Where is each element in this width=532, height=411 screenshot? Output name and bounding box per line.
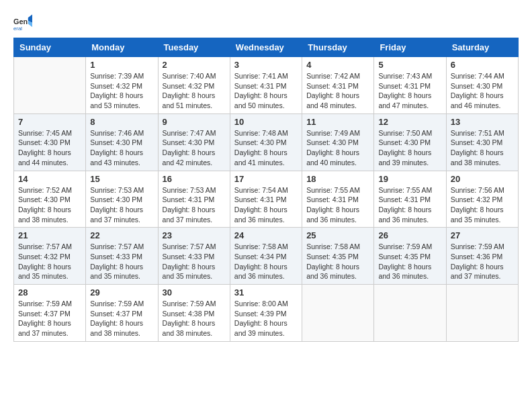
calendar-cell: 23Sunrise: 7:57 AM Sunset: 4:33 PM Dayli… [158,228,230,285]
day-info: Sunrise: 7:58 AM Sunset: 4:35 PM Dayligh… [306,242,369,281]
day-info: Sunrise: 7:55 AM Sunset: 4:31 PM Dayligh… [306,185,369,225]
day-info: Sunrise: 7:57 AM Sunset: 4:33 PM Dayligh… [163,242,226,281]
calendar-week-row: 7Sunrise: 7:45 AM Sunset: 4:30 PM Daylig… [14,113,519,171]
day-info: Sunrise: 7:59 AM Sunset: 4:36 PM Dayligh… [451,242,514,281]
day-number: 27 [451,230,514,240]
calendar-cell: 25Sunrise: 7:58 AM Sunset: 4:35 PM Dayli… [302,228,374,285]
calendar-cell: 26Sunrise: 7:59 AM Sunset: 4:35 PM Dayli… [374,228,446,285]
day-info: Sunrise: 7:59 AM Sunset: 4:38 PM Dayligh… [163,299,226,338]
calendar-cell: 15Sunrise: 7:53 AM Sunset: 4:30 PM Dayli… [86,171,158,228]
weekday-header-tuesday: Tuesday [158,38,230,57]
calendar-cell: 13Sunrise: 7:51 AM Sunset: 4:30 PM Dayli… [446,113,518,171]
calendar-cell: 17Sunrise: 7:54 AM Sunset: 4:31 PM Dayli… [230,171,302,228]
calendar-cell: 28Sunrise: 7:59 AM Sunset: 4:37 PM Dayli… [14,285,86,342]
calendar-cell [14,57,86,114]
calendar-cell: 3Sunrise: 7:41 AM Sunset: 4:31 PM Daylig… [230,57,302,114]
day-info: Sunrise: 7:53 AM Sunset: 4:30 PM Dayligh… [90,185,153,225]
day-number: 30 [163,287,226,298]
calendar-cell: 29Sunrise: 7:59 AM Sunset: 4:37 PM Dayli… [86,285,158,342]
weekday-header-row: SundayMondayTuesdayWednesdayThursdayFrid… [14,38,519,57]
calendar-cell: 11Sunrise: 7:49 AM Sunset: 4:30 PM Dayli… [302,113,374,171]
calendar-week-row: 21Sunrise: 7:57 AM Sunset: 4:32 PM Dayli… [14,228,519,285]
calendar-cell: 6Sunrise: 7:44 AM Sunset: 4:30 PM Daylig… [446,57,518,114]
day-info: Sunrise: 7:45 AM Sunset: 4:30 PM Dayligh… [18,128,81,168]
calendar-cell: 27Sunrise: 7:59 AM Sunset: 4:36 PM Dayli… [446,228,518,285]
calendar-cell: 16Sunrise: 7:53 AM Sunset: 4:31 PM Dayli… [158,171,230,228]
calendar-cell: 20Sunrise: 7:56 AM Sunset: 4:32 PM Dayli… [446,171,518,228]
svg-text:Gen: Gen [13,17,28,26]
calendar-cell: 10Sunrise: 7:48 AM Sunset: 4:30 PM Dayli… [230,113,302,171]
day-info: Sunrise: 7:47 AM Sunset: 4:30 PM Dayligh… [163,128,226,168]
calendar-cell: 12Sunrise: 7:50 AM Sunset: 4:30 PM Dayli… [374,113,446,171]
day-info: Sunrise: 7:55 AM Sunset: 4:31 PM Dayligh… [378,185,441,225]
day-info: Sunrise: 7:57 AM Sunset: 4:32 PM Dayligh… [18,242,81,281]
day-info: Sunrise: 7:44 AM Sunset: 4:30 PM Dayligh… [451,71,514,111]
day-number: 29 [90,287,153,298]
day-number: 11 [306,117,369,127]
weekday-header-saturday: Saturday [446,38,518,57]
page-header: Gen eral [13,13,519,32]
day-info: Sunrise: 7:59 AM Sunset: 4:37 PM Dayligh… [18,299,81,338]
day-number: 28 [18,287,81,298]
day-info: Sunrise: 7:59 AM Sunset: 4:37 PM Dayligh… [90,299,153,338]
calendar-cell: 30Sunrise: 7:59 AM Sunset: 4:38 PM Dayli… [158,285,230,342]
calendar-cell: 18Sunrise: 7:55 AM Sunset: 4:31 PM Dayli… [302,171,374,228]
day-number: 9 [163,117,226,127]
calendar-week-row: 14Sunrise: 7:52 AM Sunset: 4:30 PM Dayli… [14,171,519,228]
day-number: 13 [451,117,514,127]
weekday-header-friday: Friday [374,38,446,57]
calendar-cell: 8Sunrise: 7:46 AM Sunset: 4:30 PM Daylig… [86,113,158,171]
day-number: 14 [18,174,81,184]
day-number: 26 [378,230,441,240]
day-info: Sunrise: 7:57 AM Sunset: 4:33 PM Dayligh… [90,242,153,281]
calendar-cell: 4Sunrise: 7:42 AM Sunset: 4:31 PM Daylig… [302,57,374,114]
calendar-cell: 14Sunrise: 7:52 AM Sunset: 4:30 PM Dayli… [14,171,86,228]
day-info: Sunrise: 7:39 AM Sunset: 4:32 PM Dayligh… [90,71,153,111]
day-info: Sunrise: 7:46 AM Sunset: 4:30 PM Dayligh… [90,128,153,168]
day-number: 31 [234,287,298,298]
logo: Gen eral [13,13,34,32]
logo-icon: Gen eral [13,13,32,32]
calendar-cell [302,285,374,342]
page-container: Gen eral SundayMondayTuesdayWednesdayThu… [13,13,519,342]
day-number: 15 [90,174,153,184]
calendar-week-row: 28Sunrise: 7:59 AM Sunset: 4:37 PM Dayli… [14,285,519,342]
day-info: Sunrise: 7:52 AM Sunset: 4:30 PM Dayligh… [18,185,81,225]
day-number: 3 [234,60,298,70]
day-info: Sunrise: 7:41 AM Sunset: 4:31 PM Dayligh… [234,71,298,111]
calendar-cell: 2Sunrise: 7:40 AM Sunset: 4:32 PM Daylig… [158,57,230,114]
day-number: 7 [18,117,81,127]
calendar-cell [446,285,518,342]
calendar-cell: 5Sunrise: 7:43 AM Sunset: 4:31 PM Daylig… [374,57,446,114]
day-number: 18 [306,174,369,184]
day-number: 21 [18,230,81,240]
calendar-cell: 9Sunrise: 7:47 AM Sunset: 4:30 PM Daylig… [158,113,230,171]
weekday-header-wednesday: Wednesday [230,38,302,57]
weekday-header-monday: Monday [86,38,158,57]
day-number: 1 [90,60,153,70]
day-number: 8 [90,117,153,127]
day-info: Sunrise: 7:53 AM Sunset: 4:31 PM Dayligh… [163,185,226,225]
day-number: 12 [378,117,441,127]
day-info: Sunrise: 7:48 AM Sunset: 4:30 PM Dayligh… [234,128,298,168]
day-number: 23 [163,230,226,240]
calendar-cell: 21Sunrise: 7:57 AM Sunset: 4:32 PM Dayli… [14,228,86,285]
day-number: 4 [306,60,369,70]
day-number: 5 [378,60,441,70]
calendar-cell: 22Sunrise: 7:57 AM Sunset: 4:33 PM Dayli… [86,228,158,285]
weekday-header-thursday: Thursday [302,38,374,57]
day-number: 19 [378,174,441,184]
day-info: Sunrise: 7:56 AM Sunset: 4:32 PM Dayligh… [451,185,514,225]
weekday-header-sunday: Sunday [14,38,86,57]
day-number: 25 [306,230,369,240]
calendar-cell: 31Sunrise: 8:00 AM Sunset: 4:39 PM Dayli… [230,285,302,342]
day-info: Sunrise: 7:50 AM Sunset: 4:30 PM Dayligh… [378,128,441,168]
day-info: Sunrise: 8:00 AM Sunset: 4:39 PM Dayligh… [234,299,298,338]
day-info: Sunrise: 7:51 AM Sunset: 4:30 PM Dayligh… [451,128,514,168]
day-number: 22 [90,230,153,240]
calendar-table: SundayMondayTuesdayWednesdayThursdayFrid… [13,38,519,342]
day-number: 6 [451,60,514,70]
calendar-cell: 19Sunrise: 7:55 AM Sunset: 4:31 PM Dayli… [374,171,446,228]
calendar-cell: 1Sunrise: 7:39 AM Sunset: 4:32 PM Daylig… [86,57,158,114]
svg-text:eral: eral [13,26,22,32]
